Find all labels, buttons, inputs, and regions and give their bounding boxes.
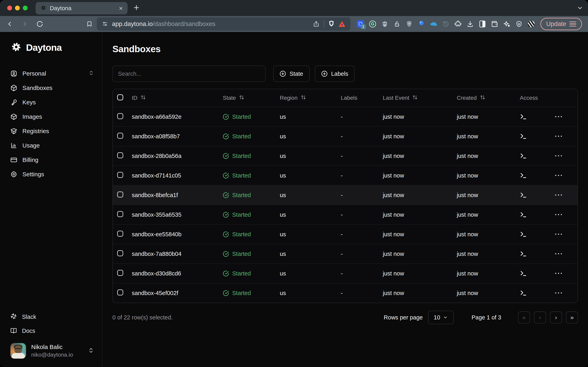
sidebar-link-docs[interactable]: Docs bbox=[10, 324, 94, 338]
column-header-state[interactable]: State bbox=[219, 95, 276, 101]
grammarly-extension-icon[interactable]: G bbox=[369, 20, 376, 28]
sort-icon[interactable] bbox=[480, 95, 485, 101]
org-switcher[interactable]: Personal bbox=[10, 66, 94, 81]
row-checkbox[interactable] bbox=[117, 250, 123, 256]
sidebar-item-usage[interactable]: Usage bbox=[10, 138, 94, 153]
sort-icon[interactable] bbox=[239, 95, 244, 101]
terminal-icon[interactable] bbox=[520, 113, 527, 120]
sidebar-link-slack[interactable]: Slack bbox=[10, 310, 94, 324]
column-header-last-event[interactable]: Last Event bbox=[379, 95, 453, 101]
window-close-button[interactable] bbox=[7, 6, 12, 10]
column-header-created[interactable]: Created bbox=[453, 95, 516, 101]
sidebar-item-registries[interactable]: Registries bbox=[10, 124, 94, 138]
terminal-icon[interactable] bbox=[520, 231, 527, 238]
browser-tab[interactable]: Daytona × bbox=[36, 2, 128, 14]
row-actions-ellipsis[interactable]: ··· bbox=[555, 231, 563, 238]
tab-search-chevron-icon[interactable] bbox=[577, 5, 583, 11]
bookmark-icon[interactable] bbox=[86, 21, 92, 27]
side-panel-icon[interactable] bbox=[479, 20, 486, 28]
vpn-shield-icon[interactable] bbox=[515, 20, 523, 28]
previous-page-button[interactable]: ‹ bbox=[534, 311, 546, 323]
row-actions-ellipsis[interactable]: ··· bbox=[555, 152, 563, 160]
terminal-icon[interactable] bbox=[520, 289, 527, 297]
leo-ai-sparkles-icon[interactable] bbox=[503, 20, 510, 28]
share-icon[interactable] bbox=[313, 21, 319, 27]
downloads-icon[interactable] bbox=[467, 20, 474, 28]
sidebar-item-keys[interactable]: Keys bbox=[10, 95, 94, 109]
history-extension-icon[interactable] bbox=[442, 20, 449, 28]
sort-icon[interactable] bbox=[141, 95, 146, 101]
terminal-icon[interactable] bbox=[520, 211, 527, 218]
row-actions-ellipsis[interactable]: ··· bbox=[555, 270, 563, 277]
state-filter-button[interactable]: State bbox=[273, 66, 310, 82]
address-bar[interactable]: app.daytona.io/dashboard/sandboxes bbox=[97, 17, 350, 31]
sidebar-item-settings[interactable]: Settings bbox=[10, 167, 94, 182]
column-header-region[interactable]: Region bbox=[276, 95, 337, 101]
row-checkbox[interactable] bbox=[117, 133, 123, 139]
new-tab-button[interactable]: + bbox=[134, 3, 139, 12]
table-row[interactable]: sandbox-8befca1f Started us - just now j… bbox=[113, 185, 578, 205]
ublock-origin-extension-icon[interactable]: UO bbox=[406, 20, 413, 28]
bitwarden-extension-icon[interactable]: 1 bbox=[357, 20, 364, 28]
sort-icon[interactable] bbox=[412, 95, 418, 101]
table-row[interactable]: sandbox-355a6535 Started us - just now j… bbox=[113, 205, 578, 224]
row-actions-ellipsis[interactable]: ··· bbox=[555, 191, 563, 199]
privacy-badger-extension-icon[interactable] bbox=[381, 20, 388, 28]
table-row[interactable]: sandbox-d30d8cd6 Started us - just now j… bbox=[113, 263, 578, 283]
window-minimize-button[interactable] bbox=[15, 6, 20, 10]
sidebar-item-images[interactable]: Images bbox=[10, 109, 94, 124]
back-icon[interactable] bbox=[6, 20, 13, 28]
row-checkbox[interactable] bbox=[117, 231, 123, 237]
table-row[interactable]: sandbox-45ef002f Started us - just now j… bbox=[113, 283, 578, 303]
table-row[interactable]: sandbox-ee55840b Started us - just now j… bbox=[113, 224, 578, 244]
row-checkbox[interactable] bbox=[117, 152, 123, 158]
profile-avatar-icon[interactable] bbox=[528, 20, 535, 28]
last-page-button[interactable]: » bbox=[566, 311, 578, 323]
sidebar-item-sandboxes[interactable]: Sandboxes bbox=[10, 81, 94, 95]
column-header-id[interactable]: ID bbox=[128, 95, 219, 101]
select-all-checkbox[interactable] bbox=[117, 94, 123, 100]
search-input[interactable] bbox=[112, 66, 266, 82]
terminal-icon[interactable] bbox=[520, 192, 527, 199]
row-actions-ellipsis[interactable]: ··· bbox=[555, 250, 563, 258]
forward-icon[interactable] bbox=[21, 20, 28, 28]
row-checkbox[interactable] bbox=[117, 113, 123, 119]
terminal-icon[interactable] bbox=[520, 133, 527, 140]
row-checkbox[interactable] bbox=[117, 192, 123, 198]
reload-icon[interactable] bbox=[36, 21, 43, 27]
user-profile[interactable]: Nikola Balic niko@daytona.io bbox=[10, 343, 94, 359]
row-actions-ellipsis[interactable]: ··· bbox=[555, 133, 563, 140]
extensions-puzzle-icon[interactable] bbox=[454, 20, 462, 28]
table-row[interactable]: sandbox-a08f58b7 Started us - just now j… bbox=[113, 126, 578, 146]
row-actions-ellipsis[interactable]: ··· bbox=[555, 172, 563, 179]
site-settings-icon[interactable] bbox=[102, 21, 108, 27]
row-checkbox[interactable] bbox=[117, 172, 123, 178]
lock-extension-icon[interactable] bbox=[393, 20, 401, 28]
terminal-icon[interactable] bbox=[520, 172, 527, 179]
terminal-icon[interactable] bbox=[520, 152, 527, 159]
first-page-button[interactable]: « bbox=[518, 311, 530, 323]
brave-rewards-icon[interactable] bbox=[339, 21, 345, 27]
table-row[interactable]: sandbox-d7141c05 Started us - just now j… bbox=[113, 166, 578, 185]
sidebar-item-billing[interactable]: Billing bbox=[10, 153, 94, 167]
salesforce-extension-icon[interactable] bbox=[430, 20, 437, 28]
tab-close-icon[interactable]: × bbox=[119, 5, 123, 12]
row-actions-ellipsis[interactable]: ··· bbox=[555, 289, 563, 297]
row-checkbox[interactable] bbox=[117, 270, 123, 276]
table-row[interactable]: sandbox-28b0a56a Started us - just now j… bbox=[113, 146, 578, 166]
brave-shields-icon[interactable] bbox=[328, 20, 334, 28]
labels-filter-button[interactable]: Labels bbox=[315, 66, 355, 82]
row-checkbox[interactable] bbox=[117, 289, 123, 295]
browser-update-button[interactable]: Update bbox=[540, 18, 582, 30]
table-row[interactable]: sandbox-a66a592e Started us - just now j… bbox=[113, 107, 578, 126]
window-zoom-button[interactable] bbox=[23, 6, 28, 10]
row-checkbox[interactable] bbox=[117, 211, 123, 217]
wallet-icon[interactable] bbox=[491, 20, 498, 28]
row-actions-ellipsis[interactable]: ··· bbox=[555, 211, 563, 218]
rows-per-page-select[interactable]: 10 bbox=[428, 311, 454, 324]
sort-icon[interactable] bbox=[301, 95, 306, 101]
table-row[interactable]: sandbox-7a880b04 Started us - just now j… bbox=[113, 244, 578, 263]
pin-extension-icon[interactable] bbox=[418, 20, 425, 28]
terminal-icon[interactable] bbox=[520, 270, 527, 277]
terminal-icon[interactable] bbox=[520, 250, 527, 258]
